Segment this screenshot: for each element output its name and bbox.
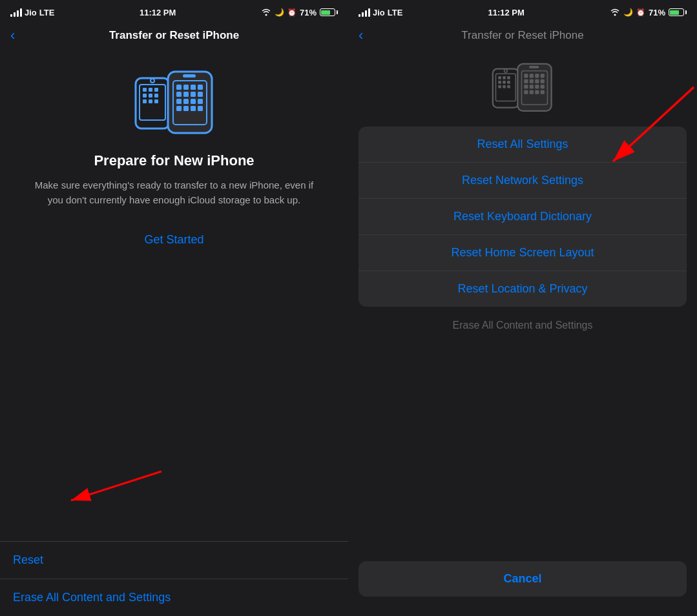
left-back-chevron-icon: ‹: [10, 28, 15, 43]
svg-rect-5: [154, 88, 158, 92]
svg-rect-15: [176, 85, 182, 90]
svg-rect-40: [498, 81, 501, 84]
svg-rect-8: [154, 94, 158, 98]
wifi-icon: [261, 8, 271, 16]
right-wifi-icon: [610, 8, 620, 16]
svg-rect-52: [541, 74, 545, 77]
right-network-label: LTE: [388, 8, 403, 17]
svg-rect-54: [530, 79, 534, 83]
right-back-button[interactable]: ‹: [359, 28, 364, 43]
svg-rect-43: [498, 85, 501, 88]
svg-rect-44: [503, 85, 506, 88]
reset-home-screen-item[interactable]: Reset Home Screen Layout: [359, 235, 687, 271]
svg-rect-38: [503, 76, 506, 79]
svg-rect-1: [136, 78, 169, 128]
svg-rect-56: [541, 79, 545, 83]
battery-pct: 71%: [300, 8, 317, 17]
svg-rect-50: [530, 74, 534, 77]
right-battery-pct: 71%: [649, 8, 665, 17]
signal-icon: [10, 8, 22, 17]
left-content: Prepare for New iPhone Make sure everyth…: [0, 49, 348, 541]
battery-icon: [320, 8, 338, 16]
get-started-button[interactable]: Get Started: [144, 227, 203, 253]
carrier-label: Jio: [25, 8, 37, 17]
svg-rect-64: [541, 90, 545, 94]
svg-rect-25: [191, 99, 196, 104]
left-bottom-actions: Reset Erase All Content and Settings: [0, 541, 348, 616]
svg-rect-35: [493, 69, 519, 108]
network-label: LTE: [39, 8, 55, 17]
right-status-bar: Jio LTE 11:12 PM 🌙 ⏰ 71%: [348, 0, 697, 23]
svg-rect-27: [176, 106, 182, 111]
reset-network-settings-item[interactable]: Reset Network Settings: [359, 163, 687, 199]
svg-rect-42: [507, 81, 510, 84]
svg-rect-51: [535, 74, 539, 77]
svg-rect-20: [183, 92, 189, 97]
left-nav-title: Transfer or Reset iPhone: [109, 29, 239, 42]
svg-rect-41: [503, 81, 506, 84]
cancel-button[interactable]: Cancel: [359, 561, 687, 597]
svg-rect-6: [143, 94, 147, 98]
left-status-right: 🌙 ⏰ 71%: [261, 8, 338, 17]
svg-point-12: [151, 79, 154, 83]
right-nav-bar: ‹ Transfer or Reset iPhone: [348, 23, 697, 49]
svg-rect-10: [149, 99, 152, 103]
alarm-icon: ⏰: [287, 8, 296, 17]
left-time: 11:12 PM: [140, 8, 176, 17]
svg-rect-57: [524, 85, 528, 88]
right-nav-title: Transfer or Reset iPhone: [461, 29, 583, 42]
svg-rect-53: [524, 79, 528, 83]
svg-rect-62: [530, 90, 534, 94]
left-back-button[interactable]: ‹: [10, 28, 16, 43]
svg-rect-63: [535, 90, 539, 94]
right-status-left: Jio LTE: [359, 8, 402, 17]
left-status-bar: Jio LTE 11:12 PM 🌙 ⏰ 71%: [0, 0, 348, 23]
right-back-chevron-icon: ‹: [359, 28, 363, 43]
right-panel: Jio LTE 11:12 PM 🌙 ⏰ 71% ‹ Transf: [348, 0, 697, 616]
svg-rect-61: [524, 90, 528, 94]
svg-rect-49: [524, 74, 528, 77]
right-time: 11:12 PM: [488, 8, 524, 17]
svg-rect-22: [198, 92, 203, 97]
svg-rect-37: [498, 76, 501, 79]
svg-rect-55: [535, 79, 539, 83]
svg-rect-24: [183, 99, 189, 104]
prepare-title: Prepare for New iPhone: [94, 152, 254, 169]
svg-rect-9: [143, 99, 147, 103]
reset-button[interactable]: Reset: [0, 542, 348, 579]
erase-button[interactable]: Erase All Content and Settings: [0, 579, 348, 616]
right-alarm-icon: ⏰: [636, 8, 645, 17]
transfer-phones-icon: [132, 62, 216, 139]
svg-rect-21: [191, 92, 196, 97]
svg-rect-28: [183, 106, 189, 111]
left-panel: Jio LTE 11:12 PM 🌙 ⏰ 71% ‹: [0, 0, 348, 616]
right-icon-container: [348, 49, 697, 120]
erase-all-dim: Erase All Content and Settings: [348, 313, 697, 338]
reset-keyboard-dictionary-item[interactable]: Reset Keyboard Dictionary: [359, 199, 687, 235]
svg-rect-58: [530, 85, 534, 88]
reset-list: Reset All Settings Reset Network Setting…: [359, 127, 687, 307]
right-transfer-icon: [490, 59, 555, 114]
right-battery-icon: [669, 8, 687, 16]
svg-rect-60: [541, 85, 545, 88]
reset-location-privacy-item[interactable]: Reset Location & Privacy: [359, 271, 687, 307]
svg-rect-7: [149, 94, 152, 98]
svg-point-0: [265, 14, 267, 16]
svg-rect-29: [191, 106, 196, 111]
right-moon-icon: 🌙: [623, 8, 633, 17]
svg-rect-19: [176, 92, 182, 97]
svg-rect-31: [183, 74, 196, 77]
svg-rect-45: [507, 85, 510, 88]
prepare-desc: Make sure everything's ready to transfer…: [19, 178, 329, 207]
reset-all-settings-item[interactable]: Reset All Settings: [359, 127, 687, 163]
svg-rect-65: [529, 66, 539, 68]
svg-rect-17: [191, 85, 196, 90]
svg-rect-11: [154, 99, 158, 103]
cancel-container: Cancel: [359, 561, 687, 597]
right-carrier-label: Jio: [373, 8, 385, 17]
svg-rect-59: [535, 85, 539, 88]
left-nav-bar: ‹ Transfer or Reset iPhone: [0, 23, 348, 49]
svg-point-46: [505, 69, 508, 72]
svg-rect-23: [176, 99, 182, 104]
right-status-right: 🌙 ⏰ 71%: [610, 8, 687, 17]
